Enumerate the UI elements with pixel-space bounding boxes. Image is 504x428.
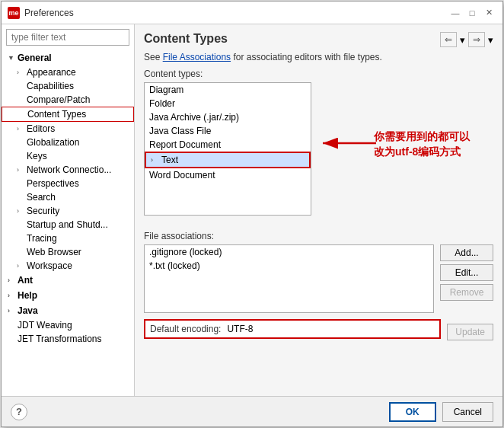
main-content: ▼ General › Appearance Capabilities Comp… [2, 24, 502, 396]
sidebar-item-label: Help [18, 290, 37, 301]
file-assoc-list[interactable]: .gitignore (locked) *.txt (locked) [144, 244, 434, 313]
sidebar-item-globalization[interactable]: Globalization [2, 136, 134, 149]
sidebar-item-label: Globalization [27, 137, 79, 148]
sidebar-item-label: Startup and Shutd... [27, 219, 108, 230]
encoding-input[interactable] [227, 324, 435, 334]
sidebar-item-perspectives[interactable]: Perspectives [2, 177, 134, 190]
sidebar-item-label: Web Browser [27, 247, 81, 257]
sidebar-item-network-connections[interactable]: › Network Connectio... [2, 163, 134, 177]
list-item[interactable]: Diagram [145, 83, 311, 97]
encoding-row: Default encoding: [144, 319, 441, 339]
description-suffix: for associating editors with file types. [231, 52, 382, 62]
sidebar-item-java[interactable]: › Java [2, 303, 134, 318]
list-item[interactable]: Word Document [145, 168, 311, 182]
dialog-title: Preferences [24, 8, 74, 18]
item-label: Text [161, 155, 178, 165]
sidebar-item-keys[interactable]: Keys [2, 149, 134, 163]
filter-input[interactable] [6, 29, 129, 46]
list-item[interactable]: .gitignore (locked) [145, 245, 433, 259]
sidebar-item-label: Tracing [27, 233, 57, 244]
sidebar-item-general[interactable]: ▼ General [2, 50, 134, 65]
sidebar-item-appearance[interactable]: › Appearance [2, 65, 134, 79]
list-item[interactable]: Java Class File [145, 124, 311, 138]
sidebar-item-compare-patch[interactable]: Compare/Patch [2, 93, 134, 107]
sidebar-item-jdt-weaving[interactable]: JDT Weaving [2, 318, 134, 332]
sidebar-item-workspace[interactable]: › Workspace [2, 259, 134, 273]
sidebar-item-label: Ant [18, 275, 33, 286]
sidebar-item-label: Perspectives [27, 178, 79, 189]
nav-separator: ▾ [460, 34, 465, 46]
chevron-right-icon: › [17, 207, 24, 215]
chevron-right-icon: › [17, 125, 24, 133]
edit-button[interactable]: Edit... [440, 264, 493, 281]
sidebar-item-editors[interactable]: › Editors [2, 122, 134, 136]
encoding-row-container: Default encoding: Update [144, 319, 493, 345]
content-types-label: Content types: [144, 69, 493, 79]
sidebar-item-startup-shutdown[interactable]: Startup and Shutd... [2, 218, 134, 232]
annotation: 你需要用到的都可以改为utf-8编码方式 [319, 128, 380, 161]
content-types-area: Diagram Folder Java Archive (.jar/.zip) … [144, 82, 493, 223]
sidebar-item-web-browser[interactable]: Web Browser [2, 245, 134, 259]
remove-button[interactable]: Remove [440, 284, 493, 301]
encoding-label: Default encoding: [150, 324, 221, 334]
preferences-dialog: me Preferences — □ ✕ ▼ General › Appeara… [1, 1, 503, 427]
sidebar-item-label: Content Types [27, 109, 86, 120]
sidebar-item-jet-transformations[interactable]: JET Transformations [2, 332, 134, 346]
help-button[interactable]: ? [11, 404, 27, 420]
sidebar-item-search[interactable]: Search [2, 190, 134, 204]
chevron-down-icon: ▼ [8, 54, 15, 62]
nav-bar: ⇐ ▾ ⇒ ▾ [440, 32, 493, 47]
list-item[interactable]: Report Document [145, 138, 311, 152]
sidebar-item-label: Java [18, 305, 38, 316]
file-associations-link[interactable]: File Associations [163, 52, 231, 62]
content-types-list[interactable]: Diagram Folder Java Archive (.jar/.zip) … [144, 82, 311, 216]
list-item-text[interactable]: › Text [145, 152, 311, 168]
list-item[interactable]: *.txt (locked) [145, 259, 433, 273]
file-assoc-section: .gitignore (locked) *.txt (locked) Add..… [144, 244, 493, 313]
update-button[interactable]: Update [447, 324, 493, 340]
description-prefix: See [144, 52, 163, 62]
right-panel: Content Types ⇐ ▾ ⇒ ▾ See File Associati… [135, 24, 502, 396]
sidebar-item-tracing[interactable]: Tracing [2, 232, 134, 245]
chevron-right-icon: › [17, 166, 24, 174]
description: See File Associations for associating ed… [144, 52, 493, 62]
sidebar-item-label: Compare/Patch [27, 94, 90, 105]
title-bar: me Preferences — □ ✕ [2, 2, 502, 24]
bottom-bar: ? OK Cancel [2, 396, 502, 426]
chevron-right-icon: › [151, 156, 158, 164]
cancel-button[interactable]: Cancel [442, 402, 493, 422]
annotation-text: 你需要用到的都可以改为utf-8编码方式 [374, 129, 470, 159]
sidebar-item-security[interactable]: › Security [2, 204, 134, 218]
add-button[interactable]: Add... [440, 244, 493, 261]
close-button[interactable]: ✕ [481, 6, 496, 20]
file-assoc-label: File associations: [144, 231, 493, 241]
item-label: Report Document [149, 139, 221, 150]
item-label: Folder [149, 98, 175, 109]
nav-separator2: ▾ [488, 34, 493, 46]
list-item[interactable]: Java Archive (.jar/.zip) [145, 110, 311, 124]
sidebar-item-label: General [18, 53, 52, 63]
back-button[interactable]: ⇐ [440, 32, 457, 47]
list-item[interactable]: Folder [145, 97, 311, 110]
maximize-button[interactable]: □ [464, 6, 480, 20]
title-buttons: — □ ✕ [448, 6, 496, 20]
sidebar-item-help[interactable]: › Help [2, 288, 134, 303]
tree-container: ▼ General › Appearance Capabilities Comp… [2, 50, 134, 396]
sidebar-item-capabilities[interactable]: Capabilities [2, 79, 134, 93]
ok-button[interactable]: OK [389, 402, 436, 422]
sidebar-item-label: JDT Weaving [18, 320, 72, 331]
sidebar-item-label: Capabilities [27, 81, 74, 91]
sidebar-item-content-types[interactable]: Content Types [2, 107, 134, 122]
item-label: Word Document [149, 170, 215, 180]
item-label: Java Class File [149, 126, 211, 136]
item-label: Diagram [149, 85, 183, 95]
bottom-right-buttons: OK Cancel [389, 402, 493, 422]
left-panel: ▼ General › Appearance Capabilities Comp… [2, 24, 135, 396]
item-label: Java Archive (.jar/.zip) [149, 112, 239, 123]
sidebar-item-ant[interactable]: › Ant [2, 273, 134, 288]
forward-button[interactable]: ⇒ [468, 32, 485, 47]
arrow-icon [319, 128, 380, 158]
title-bar-left: me Preferences [8, 7, 74, 19]
minimize-button[interactable]: — [448, 6, 463, 20]
sidebar-item-label: JET Transformations [18, 334, 101, 344]
